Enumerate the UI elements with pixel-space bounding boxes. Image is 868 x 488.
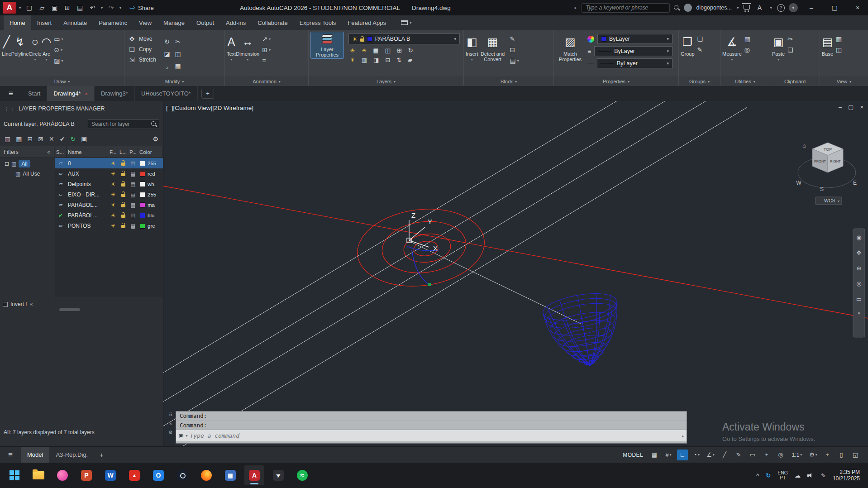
showmotion-icon[interactable]: ▭ [856, 296, 862, 302]
manage-blocks-tool[interactable]: ▤▾ [510, 57, 519, 64]
command-input[interactable] [190, 432, 679, 439]
lock-icon[interactable] [118, 182, 128, 187]
redo-icon[interactable]: ↷ [106, 2, 117, 13]
lineweight-icon[interactable]: ≡ [587, 48, 591, 55]
save-icon[interactable]: ▣ [49, 2, 60, 13]
layer-states-icon[interactable]: ▰ [408, 57, 412, 63]
line-tool[interactable]: ╱ Line [2, 31, 11, 57]
layer-select[interactable]: ☀ PARÁBOLA B ▾ [348, 33, 460, 44]
panel-label-utilities[interactable]: Utilities▾ [720, 77, 770, 86]
group-tool[interactable]: ❐ Group [681, 31, 695, 57]
plot-printer-icon[interactable]: ▤ [128, 191, 138, 198]
delete-layer-icon[interactable]: ✕ [49, 135, 54, 143]
arc-tool[interactable]: ◠ Arc ▾ [41, 31, 51, 62]
cart-icon[interactable] [744, 5, 750, 10]
base-view-tool[interactable]: ▤ Base [822, 31, 833, 57]
color-swatch[interactable] [140, 192, 145, 197]
model-tab[interactable]: Model [21, 447, 49, 463]
command-grip-icon[interactable]: ⠿ [169, 412, 172, 418]
dynamic-input-icon[interactable]: ∟ [677, 450, 688, 460]
help-icon[interactable]: ? [777, 4, 785, 12]
pen-icon[interactable]: ✎ [821, 472, 826, 479]
pan-icon[interactable]: ✥ [857, 249, 862, 256]
copy-clip-tool[interactable]: ❏ [787, 46, 793, 53]
green-point[interactable] [428, 283, 431, 286]
command-close-icon[interactable]: × [169, 421, 172, 426]
app-logo[interactable]: A [3, 2, 16, 14]
tree-expander-icon[interactable]: ⊟ [5, 161, 9, 167]
col-lock[interactable]: L... [118, 146, 128, 158]
lock-icon[interactable] [118, 192, 128, 197]
dimension-tool[interactable]: ↔ Dimension ▾ [236, 31, 259, 62]
refresh-icon[interactable]: ↻ [70, 135, 76, 143]
object-snap-tracking-icon[interactable]: ∠▾ [705, 450, 716, 460]
search-icon[interactable] [674, 5, 680, 11]
color-swatch[interactable] [140, 171, 145, 177]
tab-start[interactable]: Start [22, 86, 47, 101]
lineweight-select[interactable]: ByLayer ▾ [594, 46, 672, 56]
move-tool[interactable]: ✥Move [128, 35, 156, 43]
steam-icon[interactable] [172, 465, 192, 485]
fillet-icon[interactable]: ◞ [166, 62, 168, 70]
viewport-minimize-icon[interactable]: – [839, 104, 842, 110]
mirror-icon[interactable]: ◫ [175, 50, 181, 57]
app-menu-caret-icon[interactable]: ▾ [19, 5, 21, 10]
panel-label-annotation[interactable]: Annotation▾ [225, 77, 308, 86]
cut-tool[interactable]: ✂ [787, 35, 793, 43]
plot-printer-icon[interactable]: ▤ [128, 223, 138, 229]
freeze-sun-icon[interactable]: ☀ [108, 181, 118, 187]
tray-expand-icon[interactable]: ^ [756, 472, 759, 479]
layer-isolate-icon[interactable]: ☀ [362, 47, 367, 54]
panel-label-block[interactable]: Block▾ [464, 77, 553, 86]
tab-output[interactable]: Output [191, 15, 220, 30]
col-freeze[interactable]: F... [108, 146, 118, 158]
plot-printer-icon[interactable]: ▤ [128, 181, 138, 187]
new-layer-icon[interactable]: ⊞ [27, 135, 33, 143]
lock-icon[interactable] [118, 213, 128, 218]
powerpoint-icon[interactable]: P [76, 465, 96, 485]
undo-icon[interactable]: ↶ [87, 2, 98, 13]
measure-caret-icon[interactable]: ▾ [731, 57, 733, 62]
new-group-filter-icon[interactable]: ▦ [16, 135, 22, 143]
collapse-invert-icon[interactable]: « [30, 301, 33, 307]
group-edit-tool[interactable]: ✎ [697, 46, 703, 53]
account-menu[interactable]: diogopontes... [696, 5, 732, 11]
viewport-config-tool[interactable]: ▦ [836, 35, 842, 43]
layer-row[interactable]: ▱ PONTOS ☀ ▤ gre [55, 220, 163, 231]
tab-drawing4[interactable]: Drawing4*× [47, 86, 94, 101]
snap-mode-icon[interactable]: #▾ [663, 450, 674, 460]
layer-row[interactable]: ▱ EIXO - DIR... ☀ ▤ 255 [55, 189, 163, 200]
filter-all-used[interactable]: ▥ All Use [0, 168, 54, 178]
linetype-icon[interactable]: — [587, 60, 594, 67]
layer-properties-button[interactable]: Layer Properties [310, 32, 344, 59]
compass-south-label[interactable]: S [820, 186, 824, 192]
close-tab-icon[interactable]: × [85, 91, 87, 96]
text-caret-icon[interactable]: ▾ [230, 57, 232, 62]
autodesk-access-icon[interactable]: A [754, 2, 765, 13]
arc-caret-icon[interactable]: ▾ [45, 57, 47, 62]
navbar-more-icon[interactable]: ▾ [858, 311, 860, 316]
sync-icon[interactable]: ↻ [766, 472, 771, 479]
viewport-controls[interactable]: [−][Custom View][2D Wireframe] [166, 105, 253, 111]
erase-icon[interactable]: ◪ [164, 50, 170, 57]
share-button[interactable]: ⇨ Share [130, 4, 154, 12]
freeze-sun-icon[interactable]: ☀ [108, 212, 118, 219]
plot-icon[interactable]: ▤ [75, 2, 86, 13]
match-properties-tool[interactable]: ▨ Match Properties [556, 31, 585, 62]
viewport-restore-icon[interactable]: ▢ [848, 104, 854, 110]
hatch-tool[interactable]: ▨▾ [54, 57, 63, 64]
clock[interactable]: 2:35 PM 10/21/2025 [833, 469, 860, 482]
close-button[interactable]: × [848, 0, 867, 15]
checkbox-icon[interactable] [3, 302, 8, 307]
selection-cycling-icon[interactable]: ◎ [775, 450, 786, 460]
onedrive-cloud-icon[interactable]: ☁ [795, 472, 801, 479]
notification-icon[interactable] [789, 3, 798, 12]
tab-drawing3[interactable]: Drawing3* [95, 86, 135, 101]
object-snap-icon[interactable]: ╱ [719, 450, 730, 460]
copy-tool[interactable]: ❏Copy [128, 46, 156, 53]
color-wheel-icon[interactable] [587, 36, 594, 43]
stretch-tool[interactable]: ⇲Stretch [128, 56, 156, 63]
tab-featured-apps[interactable]: Featured Apps [342, 15, 392, 30]
photos-app-icon[interactable] [52, 465, 72, 485]
plot-printer-icon[interactable]: ▤ [128, 160, 138, 167]
